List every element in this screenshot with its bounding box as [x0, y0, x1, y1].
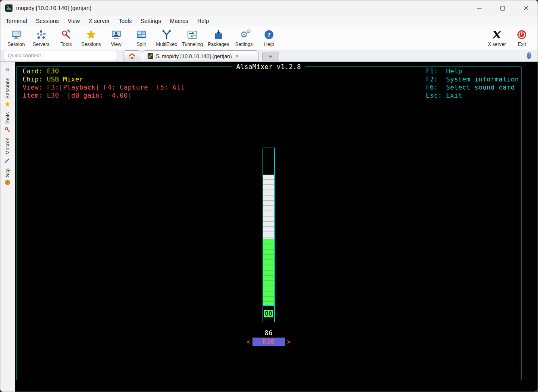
sidebar-item-macros[interactable]: Macros: [4, 138, 10, 163]
card-line: Card: E30: [23, 67, 184, 75]
tools-small-icon: [4, 127, 10, 133]
servers-icon: [36, 29, 46, 40]
toolbar-tunneling-label: Tunneling: [182, 42, 203, 47]
active-session-tab[interactable]: 5. mopidy [10.0.10.140] (gertjan) ×: [143, 50, 259, 61]
sidebar-item-scp[interactable]: Scp: [4, 168, 10, 186]
terminal-screen[interactable]: AlsaMixer v1.2.8 Card: E30 Chip: USB Mix…: [15, 62, 538, 392]
toolbar-settings-button[interactable]: ⚙⚙ Settings: [231, 27, 256, 49]
chip-line: Chip: USB Mixer: [23, 75, 184, 83]
volume-bar-column: [263, 148, 274, 305]
settings-gear-icon: ⚙⚙: [240, 29, 248, 40]
sidebar-expand-chevron-icon[interactable]: »: [6, 66, 9, 73]
tunneling-icon: [187, 29, 198, 40]
home-tab[interactable]: [123, 50, 141, 61]
window-controls: [467, 0, 538, 16]
sidebar-scp-label: Scp: [5, 168, 10, 177]
close-icon: [523, 6, 529, 11]
toolbar-tools-label: Tools: [60, 42, 72, 47]
home-icon: [129, 53, 136, 60]
sidebar-tools-label: Tools: [5, 112, 10, 125]
toolbar-view-button[interactable]: View: [104, 27, 129, 49]
toolbar-split-label: Split: [136, 42, 146, 47]
exit-power-icon: [517, 29, 527, 40]
toolbar-session-label: Session: [8, 42, 25, 47]
active-tab-label: 5. mopidy [10.0.10.140] (gertjan): [156, 53, 232, 59]
new-tab-button[interactable]: +: [262, 52, 279, 60]
minimize-icon: [477, 8, 482, 8]
menu-settings[interactable]: Settings: [136, 17, 166, 25]
toolbar-packages-label: Packages: [208, 42, 229, 47]
menu-terminal[interactable]: Terminal: [1, 17, 31, 25]
star-icon: [4, 101, 10, 107]
volume-bar-empty-segment: [263, 148, 274, 175]
item-line: Item: E30 [dB gain: -4.00]: [23, 92, 184, 100]
sidebar-sessions-label: Sessions: [5, 77, 10, 99]
toolbar-tunneling-button[interactable]: Tunneling: [179, 27, 205, 49]
help-f2: F2: System information: [426, 75, 519, 83]
titlebar: mopidy [10.0.10.140] (gertjan): [0, 0, 538, 16]
mute-state-indicator: OO: [264, 310, 273, 317]
left-sidebar: » Sessions Tools Macros Scp: [0, 62, 15, 392]
scp-globe-icon: [4, 179, 10, 186]
toolbar-view-label: View: [111, 42, 121, 47]
toolbar-split-button[interactable]: Split: [129, 27, 154, 49]
menu-help[interactable]: Help: [193, 17, 213, 25]
menu-macros[interactable]: Macros: [165, 17, 193, 25]
mute-indicator-cell: OO: [263, 306, 274, 322]
toolbar: Session Servers Tools Sessions View: [0, 26, 538, 50]
menu-sessions[interactable]: Sessions: [31, 17, 63, 25]
view-icon: [111, 29, 121, 40]
sidebar-item-tools[interactable]: Tools: [4, 112, 10, 133]
toolbar-help-button[interactable]: ? Help: [256, 27, 282, 49]
maximize-icon: [500, 6, 505, 10]
menu-x-server[interactable]: X server: [84, 17, 114, 25]
plus-icon: +: [269, 53, 273, 60]
macros-pen-icon: [4, 157, 10, 163]
menubar: Terminal Sessions View X server Tools Se…: [0, 16, 538, 26]
volume-percent-value: 86: [250, 329, 287, 337]
svg-text:?: ?: [267, 31, 271, 38]
volume-bar-green-segment: [263, 239, 274, 305]
help-f1: F1: Help: [426, 67, 519, 75]
volume-bar: OO: [263, 148, 275, 322]
close-button[interactable]: [514, 0, 538, 16]
session-icon: [11, 29, 21, 40]
alsamixer-info: Card: E30 Chip: USB Mixer View: F3:[Play…: [23, 67, 184, 100]
toolbar-packages-button[interactable]: Packages: [205, 27, 231, 49]
left-arrow-glyph: <: [246, 338, 250, 346]
toolbar-help-label: Help: [264, 42, 274, 47]
help-esc: Esc: Exit: [426, 92, 519, 100]
maximize-button[interactable]: [491, 0, 514, 16]
window-title: mopidy [10.0.10.140] (gertjan): [16, 5, 92, 11]
tab-close-icon[interactable]: ×: [235, 53, 240, 59]
toolbar-sessions-label: Sessions: [81, 42, 101, 47]
toolbar-exit-label: Exit: [518, 42, 526, 47]
attachments-paperclip-icon[interactable]: [525, 52, 532, 60]
toolbar-tools-button[interactable]: Tools: [54, 27, 79, 49]
sessions-star-icon: [86, 29, 96, 40]
sidebar-item-sessions[interactable]: Sessions: [4, 77, 10, 107]
toolbar-sessions-button[interactable]: Sessions: [79, 27, 104, 49]
quick-connect-input[interactable]: [4, 51, 117, 60]
terminal-tab-icon: [148, 53, 153, 59]
minimize-button[interactable]: [467, 0, 491, 16]
toolbar-xserver-button[interactable]: X server: [484, 27, 509, 49]
mobaxterm-logo-icon: [5, 4, 13, 12]
toolbar-servers-button[interactable]: Servers: [29, 27, 54, 49]
toolbar-multiexec-button[interactable]: MultiExec: [154, 27, 179, 49]
sidebar-macros-label: Macros: [5, 138, 10, 154]
multiexec-icon: [161, 29, 172, 40]
packages-icon: [213, 29, 224, 40]
menu-tools[interactable]: Tools: [114, 17, 136, 25]
menu-view[interactable]: View: [63, 17, 84, 25]
alsamixer-help: F1: Help F2: System information F6: Sele…: [426, 67, 519, 100]
toolbar-exit-button[interactable]: Exit: [509, 27, 534, 49]
help-f6: F6: Select sound card: [426, 83, 519, 92]
alsamixer-title: AlsaMixer v1.2.8: [232, 63, 305, 71]
toolbar-session-button[interactable]: Session: [4, 27, 29, 49]
volume-bar-white-segment: [263, 175, 274, 239]
help-icon: ?: [264, 29, 274, 40]
xserver-icon: [492, 29, 502, 40]
view-line: View: F3:[Playback] F4: Capture F5: All: [23, 83, 184, 92]
selected-control-name: E30: [252, 338, 285, 346]
